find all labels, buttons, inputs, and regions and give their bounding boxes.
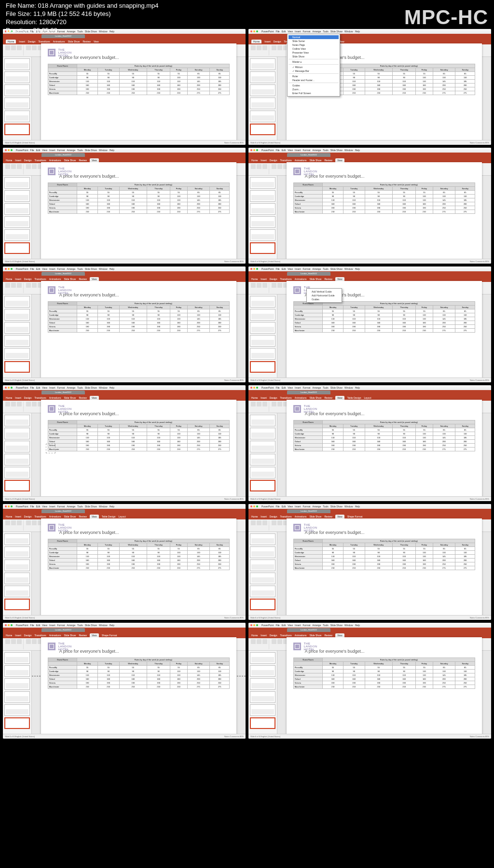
tab-slideshow[interactable]: Slide Show bbox=[68, 40, 80, 43]
menu-item[interactable]: Guides bbox=[308, 297, 341, 301]
menu-format[interactable]: Format bbox=[57, 624, 65, 627]
tab-view[interactable]: View bbox=[90, 396, 99, 400]
tab-home[interactable]: Home bbox=[6, 634, 12, 637]
slide-thumb-6[interactable] bbox=[4, 717, 30, 729]
ribbon-button[interactable] bbox=[17, 520, 22, 525]
ribbon-button[interactable] bbox=[257, 402, 261, 406]
tab-animations[interactable]: Animations bbox=[295, 634, 307, 637]
menu-window[interactable]: Window bbox=[344, 267, 353, 270]
ribbon-button[interactable] bbox=[272, 402, 276, 406]
slide-thumb-3[interactable] bbox=[4, 203, 30, 215]
slide-thumb-5[interactable] bbox=[250, 467, 275, 478]
menu-tools[interactable]: Tools bbox=[323, 386, 329, 389]
ribbon-button[interactable] bbox=[277, 402, 282, 406]
slide-canvas[interactable]: THELANDONHOTEL A price for everyone's bu… bbox=[287, 637, 482, 739]
tab-slideshow[interactable]: Slide Show bbox=[309, 515, 321, 518]
slide-thumb-6[interactable] bbox=[250, 717, 275, 729]
ribbon-button[interactable] bbox=[251, 283, 256, 288]
tab-slideshow[interactable]: Slide Show bbox=[309, 634, 321, 637]
tab-review[interactable]: Review bbox=[79, 396, 86, 399]
ribbon-button[interactable] bbox=[32, 164, 37, 169]
tab-insert[interactable]: Insert bbox=[264, 40, 271, 43]
menu-powerpoint[interactable]: PowerPoint bbox=[261, 149, 274, 152]
menu-window[interactable]: Window bbox=[344, 149, 353, 152]
slide-thumb-3[interactable] bbox=[4, 322, 30, 334]
menu-insert[interactable]: Insert bbox=[49, 386, 55, 389]
tab-design[interactable]: Design bbox=[24, 515, 32, 518]
menu-powerpoint[interactable]: PowerPoint bbox=[16, 386, 28, 389]
ribbon-button[interactable] bbox=[257, 164, 261, 169]
tab-shapeformat[interactable]: Shape Format bbox=[102, 634, 117, 637]
ribbon-button[interactable] bbox=[11, 164, 16, 169]
tab-review[interactable]: Review bbox=[79, 515, 86, 518]
slide-thumbs-panel[interactable] bbox=[3, 57, 32, 140]
slide-thumb-4[interactable] bbox=[4, 335, 30, 347]
menu-view[interactable]: View bbox=[288, 386, 293, 389]
menu-file[interactable]: File bbox=[30, 386, 34, 389]
menu-edit[interactable]: Edit bbox=[282, 505, 286, 508]
slide-thumbs-panel[interactable] bbox=[248, 57, 277, 140]
slide-editor[interactable]: THELANDONHOTEL A price for everyone's bu… bbox=[277, 294, 491, 378]
status-right[interactable]: Notes Comments 85% bbox=[224, 735, 244, 738]
ribbon-button[interactable] bbox=[17, 639, 22, 644]
slide-thumb-3[interactable] bbox=[4, 84, 30, 96]
menu-tools[interactable]: Tools bbox=[323, 267, 329, 270]
tab-view[interactable]: View bbox=[335, 515, 344, 518]
ribbon-button[interactable] bbox=[5, 639, 10, 644]
slide-thumb-4[interactable] bbox=[4, 216, 30, 228]
tab-design[interactable]: Design bbox=[270, 278, 277, 280]
tab-home[interactable]: Home bbox=[6, 396, 12, 399]
menu-view[interactable]: View bbox=[288, 149, 293, 152]
tab-design[interactable]: Design bbox=[270, 396, 277, 399]
slide-thumb-1[interactable] bbox=[4, 533, 30, 545]
menu-help[interactable]: Help bbox=[110, 149, 114, 152]
slide-thumbs-panel[interactable] bbox=[3, 532, 32, 615]
menu-window[interactable]: Window bbox=[344, 30, 353, 33]
tab-view[interactable]: View bbox=[335, 277, 344, 281]
slide-thumb-4[interactable] bbox=[4, 454, 30, 465]
menu-format[interactable]: Format bbox=[303, 624, 311, 627]
status-right[interactable]: Notes Comments 85% bbox=[470, 141, 489, 144]
ribbon-button[interactable] bbox=[257, 520, 261, 525]
tab-transitions[interactable]: Transitions bbox=[280, 278, 291, 280]
slide-thumbs-panel[interactable] bbox=[3, 413, 32, 496]
ribbon-button[interactable] bbox=[277, 164, 282, 169]
tab-animations[interactable]: Animations bbox=[295, 396, 307, 399]
rates-table[interactable]: Guest RoomRates by day of the week (in p… bbox=[48, 420, 230, 451]
slide-editor[interactable]: THELANDONHOTEL A price for everyone's bu… bbox=[277, 413, 491, 496]
slide-thumb-4[interactable] bbox=[250, 573, 275, 584]
tab-animations[interactable]: Animations bbox=[49, 159, 61, 162]
slide-canvas[interactable]: THELANDONHOTEL A price for everyone's bu… bbox=[41, 43, 237, 145]
slide-canvas[interactable]: THELANDONHOTEL A price for everyone's bu… bbox=[287, 162, 482, 264]
slide-thumb-2[interactable] bbox=[250, 309, 275, 321]
tab-home[interactable]: Home bbox=[251, 515, 258, 518]
slide-thumb-4[interactable] bbox=[250, 335, 275, 347]
tab-tabledesign[interactable]: Table Design bbox=[347, 396, 361, 399]
rates-table[interactable]: Guest RoomRates by day of the week (in p… bbox=[293, 182, 476, 214]
rates-table[interactable]: Guest RoomRates by day of the week (in p… bbox=[293, 658, 476, 689]
menu-file[interactable]: File bbox=[276, 267, 280, 270]
slide-thumb-1[interactable] bbox=[250, 415, 275, 426]
rates-table[interactable]: Guest RoomRates by day of the week (in p… bbox=[48, 301, 230, 333]
ribbon-button[interactable] bbox=[17, 45, 22, 50]
rates-table[interactable]: Guest RoomRates by day of the week (in p… bbox=[48, 539, 230, 570]
tab-slideshow[interactable]: Slide Show bbox=[309, 396, 321, 399]
tab-slideshow[interactable]: Slide Show bbox=[64, 278, 76, 280]
slide-thumb-5[interactable] bbox=[250, 348, 275, 360]
menu-item[interactable]: Presenter View bbox=[288, 51, 339, 55]
menu-item[interactable]: Enter Full Screen bbox=[288, 91, 339, 95]
ribbon-button[interactable] bbox=[262, 402, 267, 406]
ribbon-button[interactable] bbox=[272, 520, 276, 525]
menu-window[interactable]: Window bbox=[99, 505, 108, 508]
menu-arrange[interactable]: Arrange bbox=[312, 505, 321, 508]
slide-editor[interactable]: THELANDONHOTEL A price for everyone's bu… bbox=[32, 176, 246, 259]
status-right[interactable]: Notes Comments 85% bbox=[470, 735, 489, 738]
ribbon-button[interactable] bbox=[272, 639, 276, 644]
slide-thumb-2[interactable] bbox=[250, 428, 275, 439]
ribbon-button[interactable] bbox=[5, 45, 10, 50]
menu-item[interactable]: Notes Page bbox=[288, 43, 339, 47]
slide-thumb-5[interactable] bbox=[250, 586, 275, 597]
menu-arrange[interactable]: Arrange bbox=[312, 30, 321, 33]
slide-thumb-3[interactable] bbox=[250, 203, 275, 215]
menu-view[interactable]: View bbox=[288, 30, 293, 33]
